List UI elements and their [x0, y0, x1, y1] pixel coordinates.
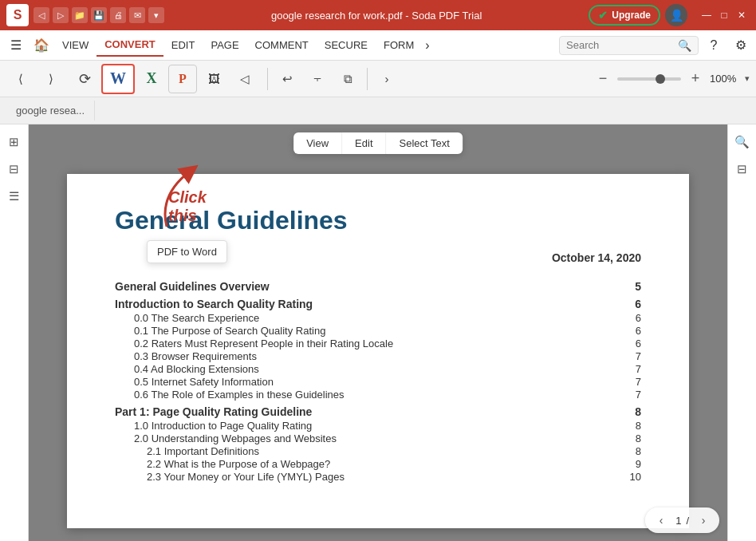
sidebar-panels-btn[interactable]: ⊞ — [3, 131, 26, 153]
upgrade-check-icon: ✔ — [598, 9, 608, 22]
forward-btn[interactable]: ▷ — [53, 7, 69, 23]
menu-form[interactable]: FORM — [376, 34, 422, 56]
toc-sub2-label: 2.3 Your Money or Your Life (YMYL) Pages — [147, 471, 345, 483]
back-btn[interactable]: ◁ — [33, 7, 49, 23]
toolbar: ⟨ ⟩ ⟳ W X P 🖼 ◁ ↩ ⫟ ⧉ › − + 100% ▾ — [0, 61, 756, 97]
convert-to-ppt-button[interactable]: P — [168, 65, 197, 93]
convert-to-excel-button[interactable]: X — [137, 65, 166, 93]
toc-part1-num: 8 — [635, 405, 641, 418]
folder-btn[interactable]: 📁 — [72, 7, 88, 23]
more-btn[interactable]: ▾ — [148, 7, 164, 23]
menu-more[interactable]: › — [422, 38, 432, 53]
page-number: 1 — [675, 515, 681, 527]
right-sidebar: 🔍 ⊟ — [727, 124, 756, 541]
toc-row-0-3: 0.3 Browser Requirements 7 — [115, 350, 641, 362]
menu-view[interactable]: VIEW — [54, 34, 96, 56]
toolbar-undo[interactable]: ↩ — [273, 65, 301, 93]
edit-button[interactable]: Edit — [342, 132, 386, 154]
toc-sub2-num: 10 — [630, 471, 641, 483]
toc-sub-num: 6 — [636, 325, 641, 337]
toolbar-more-right[interactable]: › — [372, 65, 401, 93]
page-next-button[interactable]: › — [694, 511, 713, 530]
toc-sub-num: 6 — [636, 312, 641, 324]
toc-row-intro: Introduction to Search Quality Rating 6 — [115, 298, 641, 310]
maximize-button[interactable]: □ — [716, 7, 732, 23]
menu-edit[interactable]: EDIT — [163, 34, 203, 56]
toc-row-2-3: 2.3 Your Money or Your Life (YMYL) Pages… — [115, 471, 641, 483]
toc-part1-label: Part 1: Page Quality Rating Guideline — [115, 405, 312, 418]
convert-prev-button[interactable]: ◁ — [230, 65, 259, 93]
convert-home-btn[interactable]: ⟳ — [70, 65, 99, 93]
menu-items: VIEW CONVERT EDIT PAGE COMMENT SECURE FO… — [54, 34, 559, 57]
main-area: ⊞ ⊟ ☰ View Edit Select Text Click this — [0, 124, 756, 541]
toc-sub2-label: 2.2 What is the Purpose of a Webpage? — [147, 458, 330, 470]
toc-row-0-5: 0.5 Internet Safety Information 7 — [115, 376, 641, 388]
toc-intro-num: 6 — [635, 298, 641, 310]
zoom-dropdown[interactable]: ▾ — [745, 73, 750, 84]
help-button[interactable]: ? — [702, 34, 726, 57]
menu-convert[interactable]: CONVERT — [96, 34, 163, 57]
minimize-button[interactable]: — — [699, 7, 715, 23]
convert-image-button[interactable]: 🖼 — [199, 65, 228, 93]
arrow-indicator — [143, 163, 207, 235]
toolbar-right: − + 100% ▾ — [592, 68, 750, 90]
menu-page[interactable]: PAGE — [203, 34, 246, 56]
email-btn[interactable]: ✉ — [129, 7, 145, 23]
toc-sub2-num: 8 — [636, 445, 641, 457]
save-btn[interactable]: 💾 — [91, 7, 107, 23]
toc-intro-label: Introduction to Search Quality Rating — [115, 298, 313, 310]
toc-row-0-2: 0.2 Raters Must Represent People in thei… — [115, 338, 641, 349]
toc-sub-num: 8 — [636, 432, 641, 444]
page-prev-button[interactable]: ‹ — [652, 511, 671, 530]
window-controls: — □ ✕ — [699, 7, 750, 23]
toc-sub-num: 7 — [636, 363, 641, 375]
hamburger-menu[interactable]: ☰ — [3, 33, 29, 58]
tab-bar: google resea... — [0, 97, 756, 124]
right-panel-btn[interactable]: ⊟ — [731, 158, 754, 180]
toolbar-forward[interactable]: ⟩ — [37, 65, 65, 93]
toc-row-0-1: 0.1 The Purpose of Search Quality Rating… — [115, 325, 641, 337]
sidebar-thumbnails-btn[interactable]: ⊟ — [3, 158, 26, 180]
zoom-out-button[interactable]: − — [592, 68, 614, 90]
toc-overview-label: General Guidelines Overview — [115, 280, 270, 293]
pdf-to-word-tooltip: PDF to Word — [147, 240, 227, 263]
right-search-btn[interactable]: 🔍 — [731, 131, 754, 153]
toolbar-separator-1 — [267, 68, 268, 90]
zoom-area: − + 100% ▾ — [592, 68, 750, 90]
zoom-in-button[interactable]: + — [684, 68, 707, 90]
toc-sub2-num: 9 — [636, 458, 641, 470]
menu-search-area: 🔍 — [559, 36, 699, 55]
toolbar-layers[interactable]: ⧉ — [333, 65, 362, 93]
menu-search-input[interactable] — [566, 39, 678, 51]
toolbar-separator-2 — [367, 68, 368, 90]
view-button[interactable]: View — [293, 132, 342, 154]
zoom-slider-thumb[interactable] — [656, 74, 665, 84]
user-avatar[interactable]: 👤 — [665, 4, 687, 26]
menu-secure[interactable]: SECURE — [317, 34, 376, 56]
menu-comment[interactable]: COMMENT — [247, 34, 317, 56]
close-button[interactable]: ✕ — [734, 7, 750, 23]
toc-row-0-0: 0.0 The Search Experience 6 — [115, 312, 641, 324]
title-bar-left-controls: ◁ ▷ 📁 💾 🖨 ✉ ▾ — [33, 7, 164, 23]
settings-button[interactable]: ⚙ — [729, 34, 753, 57]
toc: General Guidelines Overview 5 Introducti… — [115, 280, 641, 483]
select-text-button[interactable]: Select Text — [387, 132, 463, 154]
toc-sub-label: 0.5 Internet Safety Information — [134, 376, 274, 388]
upgrade-button[interactable]: ✔ Upgrade — [589, 5, 660, 26]
print-btn[interactable]: 🖨 — [110, 7, 126, 23]
home-button[interactable]: 🏠 — [29, 33, 54, 58]
toc-sub-num: 8 — [636, 420, 641, 432]
toc-row-2-2: 2.2 What is the Purpose of a Webpage? 9 — [115, 458, 641, 470]
zoom-slider[interactable] — [617, 77, 681, 81]
left-sidebar: ⊞ ⊟ ☰ — [0, 124, 29, 541]
toc-row-2-1: 2.1 Important Definitions 8 — [115, 445, 641, 457]
convert-to-word-button[interactable]: W — [101, 64, 135, 94]
toc-sub-label: 1.0 Introduction to Page Quality Rating — [134, 420, 312, 432]
toolbar-back[interactable]: ⟨ — [6, 65, 35, 93]
toc-row-part1: Part 1: Page Quality Rating Guideline 8 — [115, 405, 641, 418]
toolbar-split[interactable]: ⫟ — [303, 65, 332, 93]
sidebar-bookmarks-btn[interactable]: ☰ — [3, 185, 26, 207]
page-navigation: ‹ 1 / › — [645, 507, 719, 533]
tab-item-google-research[interactable]: google resea... — [6, 101, 95, 120]
pdf-viewer: View Edit Select Text Click this PDF to … — [29, 124, 727, 541]
